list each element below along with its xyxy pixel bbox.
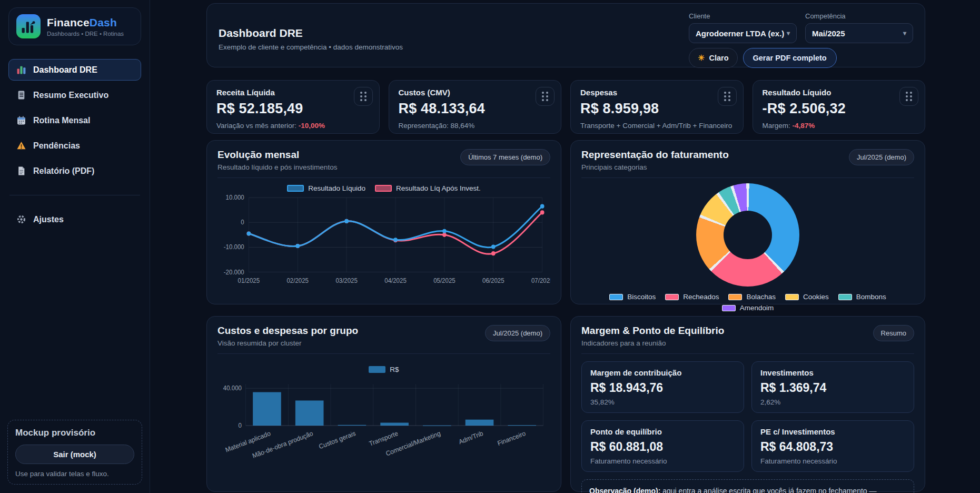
main-content: Dashboard DRE Exemplo de cliente e compe… — [150, 0, 980, 493]
sidebar-item-ajustes[interactable]: Ajustes — [8, 209, 141, 230]
sidebar-item-label: Relatório (PDF) — [33, 166, 94, 176]
page-subtitle: Exemplo de cliente e competência • dados… — [219, 43, 403, 51]
app-shell: FinanceDash Dashboards • DRE • Rotinas D… — [0, 0, 980, 493]
bar-chart-legend: R$ — [217, 366, 550, 373]
bar-chart: 40.0000Material aplicadoMão-de-obra prod… — [217, 374, 550, 476]
legend-item[interactable]: Amendoim — [722, 304, 774, 312]
svg-text:-10.000: -10.000 — [224, 243, 244, 251]
charts-row-2: Custos e despesas por grupo Visão resumi… — [206, 316, 925, 492]
kpi-value: -R$ 2.506,32 — [763, 101, 916, 117]
mockup-panel: Mockup provisório Sair (mock) Use para v… — [7, 420, 142, 485]
kpi-title: Despesas — [580, 88, 734, 97]
svg-text:Financeiro: Financeiro — [497, 430, 527, 448]
mini-card-margem-contribuicao: Margem de contribuição R$ 18.943,76 35,8… — [581, 361, 744, 413]
sidebar-item-resumo-executivo[interactable]: Resumo Executivo — [8, 84, 141, 106]
kpi-note: Variação vs mês anterior: -10,00% — [216, 122, 370, 130]
doughnut-chart — [696, 183, 799, 287]
kpi-card-resultado-liquido: Resultado Líquido -R$ 2.506,32 Margem: -… — [753, 80, 926, 134]
legend-swatch — [785, 294, 799, 300]
legend-item[interactable]: Bolachas — [728, 293, 776, 301]
document-icon — [16, 90, 26, 100]
drag-handle-icon[interactable] — [536, 87, 555, 106]
sidebar-item-dashboard-dre[interactable]: Dashboard DRE — [8, 59, 141, 81]
card-subtitle: Principais categorias — [581, 163, 729, 171]
sidebar-item-label: Ajustes — [33, 215, 64, 224]
sidebar-item-pendencias[interactable]: Pendências — [8, 135, 141, 156]
legend-item[interactable]: R$ — [369, 366, 399, 373]
resumo-badge: Resumo — [873, 325, 914, 341]
header-controls: Cliente Agrodoerner LTDA (ex.) ▾ Competê… — [689, 12, 913, 60]
kpi-title: Resultado Líquido — [763, 88, 916, 97]
sidebar-item-rotina-mensal[interactable]: Rotina Mensal — [8, 110, 141, 131]
legend-item[interactable]: Biscoitos — [609, 293, 656, 301]
mini-card-pe-investimentos: PE c/ Investimentos R$ 64.808,73 Faturam… — [751, 420, 914, 472]
card-evolucao-mensal: Evolução mensal Resultado líquido e pós … — [206, 140, 561, 304]
sair-button[interactable]: Sair (mock) — [15, 445, 134, 464]
doughnut-legend: BiscoitosRecheadosBolachasCookiesBombons… — [600, 293, 895, 312]
svg-text:01/2025: 01/2025 — [238, 277, 260, 284]
mini-card-investimentos: Investimentos R$ 1.369,74 2,62% — [751, 361, 914, 413]
drag-handle-icon[interactable] — [718, 87, 737, 106]
warning-icon — [16, 141, 26, 151]
observacao-note: Observação (demo): aqui entra a análise … — [581, 479, 914, 493]
drag-handle-icon[interactable] — [899, 87, 918, 106]
period-badge: Últimos 7 meses (demo) — [460, 149, 550, 165]
legend-swatch — [287, 185, 304, 192]
line-chart-legend: Resultado LíquidoResultado Líq Após Inve… — [217, 184, 550, 192]
kpi-card-custos-cmv: Custos (CMV) R$ 48.133,64 Representação:… — [389, 80, 562, 134]
generate-pdf-button[interactable]: Gerar PDF completo — [743, 48, 837, 68]
logo: FinanceDash Dashboards • DRE • Rotinas — [8, 7, 141, 45]
app-name-primary: Finance — [47, 16, 90, 28]
kpi-note: Transporte + Comercial + Adm/Trib + Fina… — [580, 122, 734, 130]
kpi-card-despesas: Despesas R$ 8.959,98 Transporte + Comerc… — [570, 80, 744, 134]
svg-text:02/2025: 02/2025 — [287, 277, 309, 284]
app-tagline: Dashboards • DRE • Rotinas — [47, 31, 124, 37]
competencia-select[interactable]: Mai/2025 ▾ — [805, 23, 913, 43]
legend-item[interactable]: Resultado Líquido — [287, 184, 365, 192]
drag-handle-icon[interactable] — [354, 87, 373, 106]
kpi-note: Margem: -4,87% — [763, 122, 916, 130]
theme-toggle-button[interactable]: ☀ Claro — [689, 48, 738, 68]
svg-text:04/2025: 04/2025 — [384, 277, 407, 284]
sidebar-item-relatorio-pdf[interactable]: Relatório (PDF) — [8, 160, 141, 182]
sun-icon: ☀ — [698, 53, 705, 63]
page-icon — [16, 166, 26, 176]
sidebar-divider — [9, 195, 140, 195]
mockup-panel-title: Mockup provisório — [15, 428, 134, 438]
bar-chart-icon — [16, 65, 26, 75]
card-margem-ponto-equilibrio: Margem & Ponto de Equilíbrio Indicadores… — [570, 316, 925, 492]
page-header: Dashboard DRE Exemplo de cliente e compe… — [206, 3, 925, 67]
legend-swatch — [665, 294, 679, 300]
card-subtitle: Resultado líquido e pós investimentos — [217, 163, 337, 171]
sidebar-item-label: Rotina Mensal — [33, 116, 90, 125]
sidebar-item-label: Pendências — [33, 141, 80, 151]
legend-item[interactable]: Bombons — [838, 293, 886, 301]
kpi-title: Receita Líquida — [216, 88, 370, 97]
legend-swatch — [722, 305, 736, 311]
line-chart: 10.0000-10.000-20.00001/202502/202503/20… — [217, 193, 550, 287]
card-custos-despesas-grupo: Custos e despesas por grupo Visão resumi… — [206, 316, 561, 492]
period-badge: Jul/2025 (demo) — [485, 325, 550, 341]
svg-text:0: 0 — [241, 219, 244, 226]
legend-item[interactable]: Resultado Líq Após Invest. — [375, 184, 481, 192]
app-name-accent: Dash — [90, 16, 117, 28]
kpi-value: R$ 52.185,49 — [216, 101, 370, 117]
cliente-select-value: Agrodoerner LTDA (ex.) — [696, 29, 784, 38]
svg-text:05/2025: 05/2025 — [433, 277, 456, 284]
card-title: Evolução mensal — [217, 149, 337, 161]
competencia-select-value: Mai/2025 — [812, 29, 845, 38]
legend-item[interactable]: Cookies — [785, 293, 829, 301]
svg-text:40.000: 40.000 — [223, 384, 242, 392]
kpi-note: Representação: 88,64% — [399, 122, 552, 130]
cliente-select[interactable]: Agrodoerner LTDA (ex.) ▾ — [689, 23, 797, 43]
cliente-label: Cliente — [689, 12, 797, 20]
kpi-value: R$ 48.133,64 — [399, 101, 552, 117]
legend-swatch — [609, 294, 623, 300]
sidebar: FinanceDash Dashboards • DRE • Rotinas D… — [0, 0, 150, 493]
card-subtitle: Visão resumida por cluster — [217, 339, 358, 347]
kpi-row: Receita Líquida R$ 52.185,49 Variação vs… — [206, 80, 925, 134]
charts-row-1: Evolução mensal Resultado líquido e pós … — [206, 140, 925, 304]
svg-text:07/2025: 07/2025 — [531, 277, 550, 284]
svg-text:-20.000: -20.000 — [224, 268, 244, 275]
legend-item[interactable]: Recheados — [665, 293, 719, 301]
